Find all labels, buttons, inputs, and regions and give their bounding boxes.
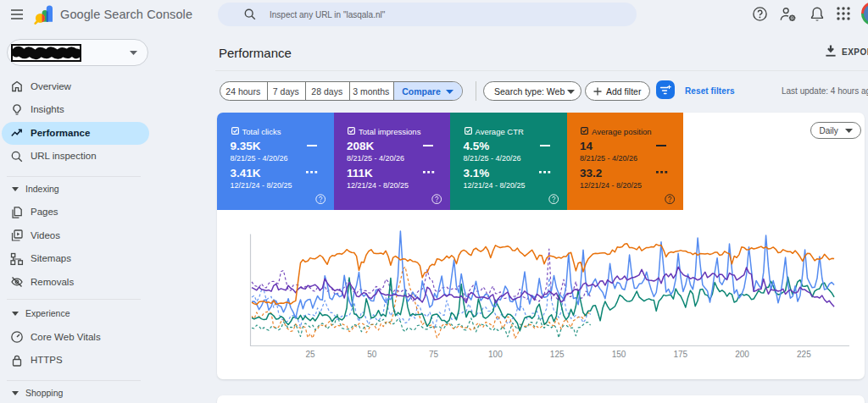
svg-text:150: 150: [612, 350, 626, 359]
svg-text:200: 200: [735, 350, 749, 359]
svg-text:175: 175: [673, 350, 687, 359]
svg-text:50: 50: [367, 350, 377, 359]
svg-text:125: 125: [550, 350, 565, 359]
svg-text:100: 100: [488, 350, 503, 359]
svg-text:225: 225: [797, 350, 811, 359]
svg-text:25: 25: [305, 350, 315, 359]
svg-text:75: 75: [429, 350, 439, 359]
